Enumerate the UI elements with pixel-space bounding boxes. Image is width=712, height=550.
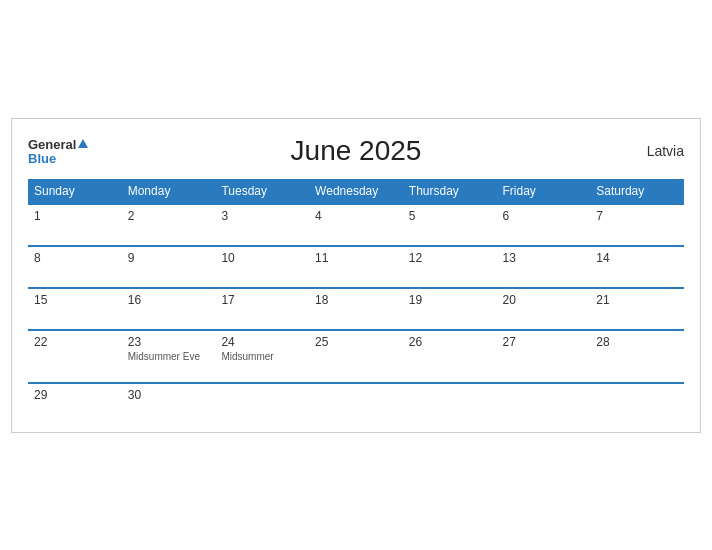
calendar-cell: 26 [403, 330, 497, 383]
day-number: 24 [221, 335, 303, 349]
day-number: 10 [221, 251, 303, 265]
calendar-cell: 12 [403, 246, 497, 288]
calendar-table: Sunday Monday Tuesday Wednesday Thursday… [28, 179, 684, 424]
holiday-label: Midsummer Eve [128, 351, 210, 362]
header-sunday: Sunday [28, 179, 122, 204]
day-number: 6 [503, 209, 585, 223]
day-number: 3 [221, 209, 303, 223]
calendar-cell: 18 [309, 288, 403, 330]
calendar-cell: 7 [590, 204, 684, 246]
calendar-cell [497, 383, 591, 424]
day-number: 23 [128, 335, 210, 349]
calendar-header: General Blue June 2025 Latvia [28, 135, 684, 167]
calendar-cell: 13 [497, 246, 591, 288]
header-monday: Monday [122, 179, 216, 204]
header-wednesday: Wednesday [309, 179, 403, 204]
calendar-week-row-5: 2930 [28, 383, 684, 424]
calendar-cell: 30 [122, 383, 216, 424]
calendar-cell: 25 [309, 330, 403, 383]
calendar-week-row-1: 1234567 [28, 204, 684, 246]
weekday-header-row: Sunday Monday Tuesday Wednesday Thursday… [28, 179, 684, 204]
calendar-cell: 24Midsummer [215, 330, 309, 383]
header-friday: Friday [497, 179, 591, 204]
calendar-cell [403, 383, 497, 424]
day-number: 12 [409, 251, 491, 265]
calendar-cell: 17 [215, 288, 309, 330]
calendar-cell: 19 [403, 288, 497, 330]
calendar-cell [309, 383, 403, 424]
header-saturday: Saturday [590, 179, 684, 204]
day-number: 20 [503, 293, 585, 307]
day-number: 18 [315, 293, 397, 307]
holiday-label: Midsummer [221, 351, 303, 362]
day-number: 14 [596, 251, 678, 265]
calendar-cell: 23Midsummer Eve [122, 330, 216, 383]
day-number: 17 [221, 293, 303, 307]
calendar-cell: 9 [122, 246, 216, 288]
day-number: 11 [315, 251, 397, 265]
calendar-cell: 8 [28, 246, 122, 288]
calendar-cell: 3 [215, 204, 309, 246]
calendar-title: June 2025 [291, 135, 422, 167]
calendar-cell: 4 [309, 204, 403, 246]
calendar-cell: 29 [28, 383, 122, 424]
calendar-cell: 20 [497, 288, 591, 330]
calendar-cell: 21 [590, 288, 684, 330]
day-number: 26 [409, 335, 491, 349]
day-number: 21 [596, 293, 678, 307]
calendar-cell [215, 383, 309, 424]
calendar-cell: 5 [403, 204, 497, 246]
calendar-cell: 28 [590, 330, 684, 383]
day-number: 28 [596, 335, 678, 349]
day-number: 30 [128, 388, 210, 402]
calendar-cell: 15 [28, 288, 122, 330]
header-tuesday: Tuesday [215, 179, 309, 204]
day-number: 19 [409, 293, 491, 307]
day-number: 15 [34, 293, 116, 307]
calendar-cell: 16 [122, 288, 216, 330]
calendar-week-row-3: 15161718192021 [28, 288, 684, 330]
day-number: 13 [503, 251, 585, 265]
calendar-cell: 27 [497, 330, 591, 383]
calendar-cell: 1 [28, 204, 122, 246]
logo: General Blue [28, 136, 88, 165]
country-label: Latvia [647, 143, 684, 159]
day-number: 9 [128, 251, 210, 265]
day-number: 4 [315, 209, 397, 223]
day-number: 27 [503, 335, 585, 349]
day-number: 25 [315, 335, 397, 349]
day-number: 5 [409, 209, 491, 223]
calendar-cell: 11 [309, 246, 403, 288]
calendar-wrapper: General Blue June 2025 Latvia Sunday Mon… [11, 118, 701, 433]
day-number: 8 [34, 251, 116, 265]
logo-triangle-icon [78, 139, 88, 148]
day-number: 22 [34, 335, 116, 349]
day-number: 2 [128, 209, 210, 223]
calendar-week-row-2: 891011121314 [28, 246, 684, 288]
calendar-cell: 22 [28, 330, 122, 383]
day-number: 1 [34, 209, 116, 223]
calendar-body: 1234567891011121314151617181920212223Mid… [28, 204, 684, 424]
calendar-cell: 2 [122, 204, 216, 246]
header-thursday: Thursday [403, 179, 497, 204]
calendar-cell [590, 383, 684, 424]
day-number: 16 [128, 293, 210, 307]
day-number: 7 [596, 209, 678, 223]
calendar-cell: 14 [590, 246, 684, 288]
calendar-cell: 6 [497, 204, 591, 246]
calendar-cell: 10 [215, 246, 309, 288]
calendar-week-row-4: 2223Midsummer Eve24Midsummer25262728 [28, 330, 684, 383]
logo-blue: Blue [28, 152, 88, 165]
day-number: 29 [34, 388, 116, 402]
logo-general: General [28, 136, 88, 152]
